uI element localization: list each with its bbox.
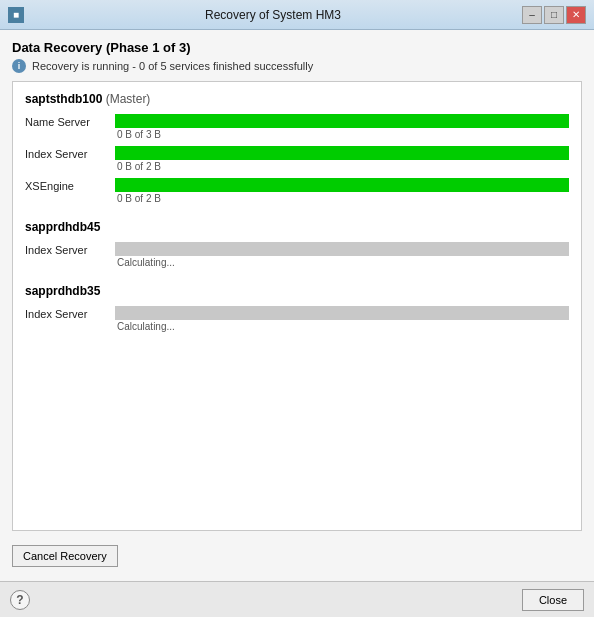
host-role: (Master) <box>106 92 151 106</box>
host-label: sapprdhdb45 <box>25 220 569 234</box>
close-button[interactable]: Close <box>522 589 584 611</box>
progress-bar-fill <box>115 146 569 160</box>
window-close-button[interactable]: ✕ <box>566 6 586 24</box>
host-section: sapprdhdb45Index ServerCalculating... <box>25 220 569 268</box>
host-section: saptsthdb100 (Master)Name Server0 B of 3… <box>25 92 569 204</box>
progress-bar-container <box>115 146 569 160</box>
title-bar: ■ Recovery of System HM3 – □ ✕ <box>0 0 594 30</box>
service-name: Index Server <box>25 242 115 256</box>
host-label: saptsthdb100 (Master) <box>25 92 569 106</box>
service-row: Index Server0 B of 2 B <box>25 146 569 172</box>
host-name: saptsthdb100 <box>25 92 102 106</box>
main-content: Data Recovery (Phase 1 of 3) i Recovery … <box>0 30 594 581</box>
progress-bar-container <box>115 178 569 192</box>
service-progress-col: 0 B of 3 B <box>115 114 569 140</box>
host-label: sapprdhdb35 <box>25 284 569 298</box>
host-name: sapprdhdb45 <box>25 220 100 234</box>
help-button[interactable]: ? <box>10 590 30 610</box>
info-icon: i <box>12 59 26 73</box>
header-section: Data Recovery (Phase 1 of 3) i Recovery … <box>12 40 582 73</box>
service-name: Index Server <box>25 306 115 320</box>
progress-bar-container <box>115 242 569 256</box>
action-area: Cancel Recovery <box>12 539 582 571</box>
progress-text: 0 B of 2 B <box>115 161 569 172</box>
progress-bar-fill <box>115 178 569 192</box>
progress-bar-container <box>115 114 569 128</box>
progress-text: Calculating... <box>115 321 569 332</box>
progress-text: 0 B of 2 B <box>115 193 569 204</box>
window-controls: – □ ✕ <box>522 6 586 24</box>
service-name: Name Server <box>25 114 115 128</box>
status-row: i Recovery is running - 0 of 5 services … <box>12 59 582 73</box>
service-row: XSEngine0 B of 2 B <box>25 178 569 204</box>
host-section: sapprdhdb35Index ServerCalculating... <box>25 284 569 332</box>
progress-bar-container <box>115 306 569 320</box>
service-progress-col: 0 B of 2 B <box>115 178 569 204</box>
progress-bar-fill <box>115 114 569 128</box>
service-row: Name Server0 B of 3 B <box>25 114 569 140</box>
cancel-recovery-button[interactable]: Cancel Recovery <box>12 545 118 567</box>
scroll-area[interactable]: saptsthdb100 (Master)Name Server0 B of 3… <box>12 81 582 531</box>
progress-text: Calculating... <box>115 257 569 268</box>
service-name: Index Server <box>25 146 115 160</box>
service-name: XSEngine <box>25 178 115 192</box>
maximize-button[interactable]: □ <box>544 6 564 24</box>
service-row: Index ServerCalculating... <box>25 242 569 268</box>
window-icon: ■ <box>8 7 24 23</box>
footer: ? Close <box>0 581 594 617</box>
status-text: Recovery is running - 0 of 5 services fi… <box>32 60 313 72</box>
window-title: Recovery of System HM3 <box>24 8 522 22</box>
host-name: sapprdhdb35 <box>25 284 100 298</box>
service-progress-col: 0 B of 2 B <box>115 146 569 172</box>
service-progress-col: Calculating... <box>115 306 569 332</box>
service-progress-col: Calculating... <box>115 242 569 268</box>
phase-title: Data Recovery (Phase 1 of 3) <box>12 40 582 55</box>
minimize-button[interactable]: – <box>522 6 542 24</box>
service-row: Index ServerCalculating... <box>25 306 569 332</box>
progress-text: 0 B of 3 B <box>115 129 569 140</box>
